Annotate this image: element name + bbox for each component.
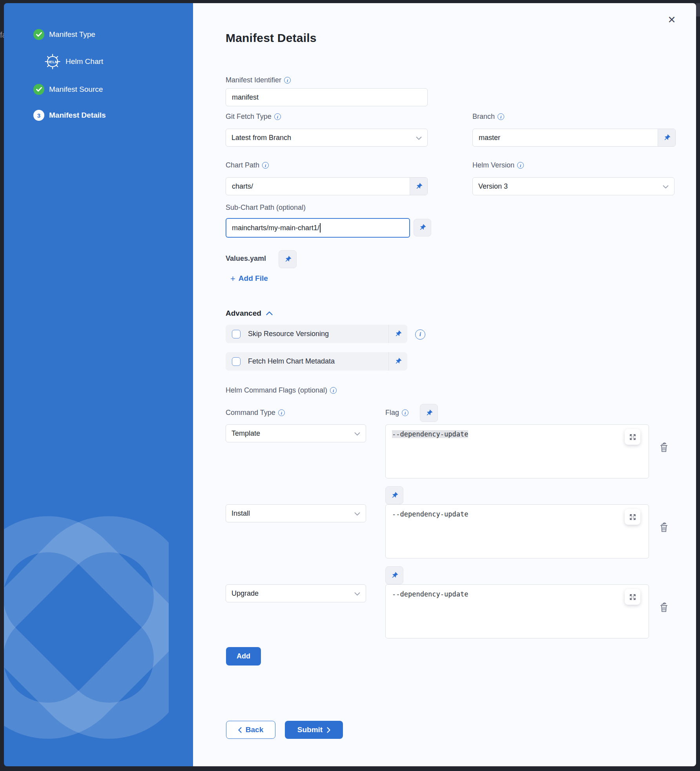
pin-icon[interactable] bbox=[279, 250, 297, 268]
add-file-button[interactable]: + Add File bbox=[230, 274, 268, 283]
command-type-label: Command Type i bbox=[226, 409, 285, 417]
pin-icon[interactable] bbox=[414, 219, 431, 236]
sidebar-step-manifest-details[interactable]: 3 Manifest Details bbox=[33, 110, 106, 121]
pin-icon[interactable] bbox=[420, 404, 438, 422]
info-icon[interactable]: i bbox=[402, 409, 408, 416]
chart-path-input[interactable] bbox=[226, 178, 410, 195]
info-icon[interactable]: i bbox=[278, 409, 285, 416]
values-file-label: Values.yaml bbox=[226, 255, 266, 263]
manifest-wizard-modal: Manifest Type HELM Helm Chart bbox=[4, 3, 696, 766]
check-circle-icon bbox=[33, 84, 44, 95]
chart-path-label: Chart Path i bbox=[226, 161, 269, 169]
step-label: Manifest Type bbox=[49, 30, 95, 39]
git-fetch-type-label: Git Fetch Type i bbox=[226, 113, 281, 121]
flag-textarea-1[interactable]: --dependency-update bbox=[385, 424, 649, 478]
fetch-helm-chart-metadata-row: Fetch Helm Chart Metadata bbox=[226, 352, 407, 371]
chevron-down-icon bbox=[663, 182, 669, 191]
wizard-sidebar: Manifest Type HELM Helm Chart bbox=[4, 3, 193, 766]
info-icon[interactable]: i bbox=[274, 113, 281, 120]
flag-textarea-2[interactable]: --dependency-update bbox=[385, 504, 649, 558]
manifest-details-panel: ✕ Manifest Details Manifest Identifier i… bbox=[193, 3, 696, 766]
branch-field bbox=[472, 129, 676, 147]
info-icon[interactable]: i bbox=[498, 113, 504, 120]
sidebar-item-helm-chart[interactable]: HELM Helm Chart bbox=[44, 53, 103, 70]
command-type-select-3[interactable]: Upgrade bbox=[226, 584, 366, 602]
git-fetch-type-select[interactable]: Latest from Branch bbox=[226, 129, 428, 147]
back-button[interactable]: Back bbox=[226, 721, 275, 739]
sub-chart-path-label: Sub-Chart Path (optional) bbox=[226, 204, 306, 212]
advanced-section-toggle[interactable]: Advanced bbox=[226, 309, 273, 318]
expand-icon[interactable] bbox=[625, 589, 640, 605]
chevron-down-icon bbox=[416, 134, 422, 142]
plus-icon: + bbox=[230, 275, 235, 282]
branch-label: Branch i bbox=[472, 113, 504, 121]
chevron-down-icon bbox=[354, 429, 360, 438]
info-icon[interactable]: i bbox=[415, 329, 425, 340]
pin-icon[interactable] bbox=[410, 178, 427, 195]
branch-input[interactable] bbox=[473, 129, 658, 146]
pin-icon[interactable] bbox=[385, 486, 403, 504]
backdrop-text-fragment: fa bbox=[0, 31, 4, 40]
manifest-identifier-label: Manifest Identifier i bbox=[226, 76, 291, 84]
pin-icon[interactable] bbox=[385, 566, 403, 584]
manifest-identifier-input[interactable] bbox=[226, 88, 428, 106]
helm-version-select[interactable]: Version 3 bbox=[472, 177, 674, 195]
helm-version-label: Helm Version i bbox=[472, 161, 524, 169]
helm-command-flags-label: Helm Command Flags (optional) i bbox=[226, 386, 337, 395]
skip-resource-versioning-row: Skip Resource Versioning bbox=[226, 325, 407, 343]
sub-chart-path-input[interactable]: maincharts/my-main-chart1/ bbox=[226, 218, 410, 238]
svg-text:HELM: HELM bbox=[47, 60, 58, 64]
check-circle-icon bbox=[33, 29, 44, 40]
chevron-up-icon bbox=[266, 311, 273, 315]
step-label: Helm Chart bbox=[66, 57, 103, 66]
flag-label: Flag i bbox=[385, 409, 408, 417]
pin-icon[interactable] bbox=[388, 325, 407, 343]
chevron-right-icon bbox=[327, 727, 330, 733]
harness-logo-watermark bbox=[4, 498, 169, 757]
chevron-down-icon bbox=[354, 589, 360, 598]
chevron-left-icon bbox=[238, 727, 242, 733]
text-cursor bbox=[320, 223, 321, 233]
step-label: Manifest Details bbox=[49, 111, 106, 120]
sidebar-step-manifest-source[interactable]: Manifest Source bbox=[33, 84, 103, 95]
add-flag-button[interactable]: Add bbox=[226, 647, 261, 666]
pin-icon[interactable] bbox=[388, 352, 407, 371]
expand-icon[interactable] bbox=[625, 429, 640, 445]
command-type-select-1[interactable]: Template bbox=[226, 424, 366, 442]
flag-textarea-3[interactable]: --dependency-update bbox=[385, 584, 649, 638]
fetch-helm-chart-metadata-checkbox[interactable] bbox=[232, 357, 241, 366]
submit-button[interactable]: Submit bbox=[285, 721, 343, 739]
checkbox-label: Fetch Helm Chart Metadata bbox=[248, 357, 335, 365]
helm-wheel-icon: HELM bbox=[44, 53, 61, 70]
info-icon[interactable]: i bbox=[517, 162, 524, 169]
close-icon[interactable]: ✕ bbox=[665, 13, 678, 26]
delete-icon[interactable] bbox=[658, 442, 669, 455]
chevron-down-icon bbox=[354, 509, 360, 518]
delete-icon[interactable] bbox=[658, 602, 669, 615]
info-icon[interactable]: i bbox=[262, 162, 269, 169]
info-icon[interactable]: i bbox=[330, 387, 337, 394]
step-label: Manifest Source bbox=[49, 85, 103, 94]
command-type-select-2[interactable]: Install bbox=[226, 504, 366, 522]
chart-path-field bbox=[226, 177, 428, 195]
pin-icon[interactable] bbox=[658, 129, 675, 146]
page-title: Manifest Details bbox=[226, 31, 317, 45]
skip-resource-versioning-checkbox[interactable] bbox=[232, 330, 241, 338]
checkbox-label: Skip Resource Versioning bbox=[248, 330, 329, 338]
step-number-badge: 3 bbox=[33, 110, 44, 121]
expand-icon[interactable] bbox=[625, 509, 640, 525]
delete-icon[interactable] bbox=[658, 522, 669, 535]
backdrop-fragment-block bbox=[696, 3, 700, 16]
sidebar-step-manifest-type[interactable]: Manifest Type bbox=[33, 29, 95, 40]
info-icon[interactable]: i bbox=[284, 77, 291, 84]
